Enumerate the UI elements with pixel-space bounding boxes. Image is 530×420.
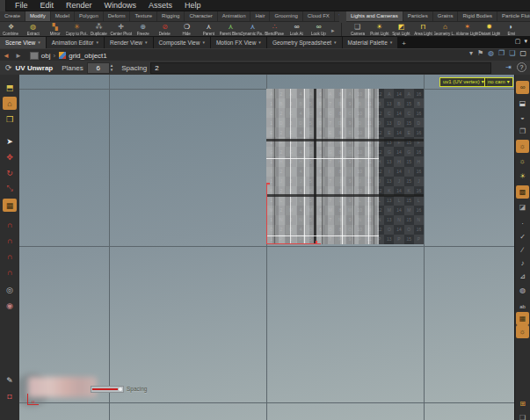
- snap-points-icon[interactable]: ∩: [3, 218, 17, 231]
- shelf-tool-area-light[interactable]: ΠArea Light: [412, 23, 434, 36]
- view-pivot-icon[interactable]: ◎: [3, 283, 17, 296]
- chevron-down-icon[interactable]: ▾: [202, 37, 205, 48]
- shelf-tab-animation[interactable]: Animation: [218, 11, 251, 21]
- shelf-tool-center-pivot[interactable]: ✛Center Pivot: [110, 23, 132, 36]
- sculpt-tool-icon[interactable]: ◘: [3, 389, 17, 402]
- uv-set-button[interactable]: uv1 (UV vertex)▾: [439, 77, 488, 87]
- translate-tool-icon[interactable]: ✥: [3, 150, 17, 163]
- shade-mode-icon[interactable]: ∞: [516, 81, 529, 94]
- pane-tab-render-view[interactable]: Render View▾: [105, 37, 154, 48]
- pane-tab-composite-view[interactable]: Composite View▾: [154, 37, 211, 48]
- brush-tool-icon[interactable]: ✎: [3, 373, 17, 387]
- chevron-down-icon[interactable]: ▾: [390, 37, 393, 48]
- shelf-tab-model[interactable]: Model: [51, 11, 75, 21]
- shelf-tool-point-light[interactable]: ☀Point Light: [368, 23, 390, 36]
- shelf-tool-camera[interactable]: ❏Camera: [346, 23, 368, 36]
- shelf-tool-spot-light[interactable]: ◩Spot Light: [390, 23, 412, 36]
- chevron-down-icon[interactable]: ▾: [145, 37, 148, 48]
- material-shade-icon[interactable]: ▩: [516, 185, 529, 199]
- link-panes-icon[interactable]: ❐: [498, 49, 505, 57]
- shelf-tab-particles[interactable]: Particles: [403, 11, 433, 21]
- menu-file[interactable]: File: [9, 0, 34, 11]
- light-pin-icon[interactable]: ☼: [516, 325, 529, 338]
- headlight-icon[interactable]: ☼: [516, 140, 529, 153]
- shelf-tool-extract[interactable]: ◍Extract: [22, 23, 44, 36]
- shelf-tool-combine[interactable]: ❖Combine: [0, 23, 22, 36]
- snap-edges-icon[interactable]: ∩: [3, 234, 17, 247]
- snap-grid-icon[interactable]: ∩: [3, 250, 17, 263]
- pane-tab-scene-view[interactable]: Scene View▾: [0, 37, 47, 48]
- combo-arrow-icon[interactable]: ▾: [469, 49, 473, 57]
- scale-tool-icon[interactable]: ⤡: [3, 182, 17, 195]
- normal-lights-icon[interactable]: ☼: [516, 155, 529, 168]
- snapshot-icon[interactable]: ❏: [516, 411, 529, 420]
- shelf-tool-volume-light[interactable]: ✶Volume Light: [456, 23, 478, 36]
- high-quality-light-icon[interactable]: ☀: [516, 170, 529, 183]
- pane-menu-icon[interactable]: ▾: [524, 38, 527, 45]
- breadcrumb-root[interactable]: obj: [39, 52, 54, 60]
- menu-windows[interactable]: Windows: [98, 0, 143, 11]
- select-tool-icon[interactable]: ➤: [3, 134, 17, 148]
- camera-select-button[interactable]: no cam▾: [484, 77, 513, 87]
- spacing-slider-knob[interactable]: [119, 387, 122, 391]
- audio-note-icon[interactable]: ♪: [516, 257, 529, 270]
- shelf-tool-copy-to-poi-[interactable]: ✳Copy to Poi...: [66, 23, 88, 36]
- spacing-field[interactable]: 2: [150, 62, 491, 74]
- shelf-tool-delete[interactable]: ⊘Delete: [154, 23, 176, 36]
- keyframe-icon[interactable]: ⇥: [505, 63, 512, 71]
- menu-help[interactable]: Help: [178, 0, 207, 11]
- shelf-tool-parent-blend[interactable]: ⋏Parent Blend: [220, 23, 242, 36]
- group-list-icon[interactable]: ◍: [516, 284, 529, 297]
- shelf-tab-deform[interactable]: Deform: [104, 11, 131, 21]
- shelf-tool-distant-light[interactable]: ✹Distant Light: [478, 23, 500, 36]
- forward-button[interactable]: ►: [12, 52, 25, 60]
- shelf-tool-dynamic-pa-[interactable]: ⋏Dynamic Pa...: [242, 23, 264, 36]
- view-mode-icon[interactable]: ◉: [3, 299, 17, 312]
- shelf-tab-polygon[interactable]: Polygon: [75, 11, 104, 21]
- shelf-tab-lights-and-cameras[interactable]: Lights and Cameras: [346, 11, 403, 21]
- view-objects-icon[interactable]: ❐: [516, 125, 529, 138]
- pane-split-icon[interactable]: ▢: [515, 38, 521, 45]
- pane-layout-icon[interactable]: ⊞: [516, 397, 529, 410]
- shelf-tool-geometry-l-[interactable]: ⌂Geometry L...: [434, 23, 456, 36]
- uv-viewport-canvas[interactable]: A2A4A6A8A10A12A14A161B3B5B7B9B11B13B15BC…: [19, 75, 514, 420]
- add-pane-tab-button[interactable]: +: [398, 40, 410, 48]
- shelf-tool-look-at[interactable]: ∞Look At: [286, 23, 308, 36]
- shelf-tool-look-up[interactable]: ∞Look Up: [308, 23, 330, 36]
- object-state-icon[interactable]: ⌂: [3, 97, 17, 110]
- shelf-tab-grains[interactable]: Grains: [433, 11, 459, 21]
- breadcrumb-node[interactable]: grid_object1: [66, 52, 110, 60]
- chevron-down-icon[interactable]: ▾: [38, 37, 40, 48]
- help-icon[interactable]: ?: [517, 62, 526, 72]
- text-overlay-icon[interactable]: ab: [516, 300, 529, 313]
- markers-check-icon[interactable]: ✓: [516, 230, 529, 243]
- menu-edit[interactable]: Edit: [34, 0, 61, 11]
- points-display-icon[interactable]: ·: [516, 217, 529, 230]
- profile-curve-icon[interactable]: ∕: [516, 243, 529, 257]
- shelf-tab-texture[interactable]: Texture: [130, 11, 157, 21]
- spacing-handle-slider[interactable]: [91, 386, 124, 393]
- grid-display-icon[interactable]: ▦: [516, 312, 529, 325]
- back-button[interactable]: ◄: [0, 52, 12, 60]
- uv-transform-tool-icon[interactable]: ▦: [3, 199, 17, 212]
- maximize-icon[interactable]: ▢: [519, 49, 526, 57]
- shelf-tab-create[interactable]: Create: [0, 11, 25, 21]
- snap-multi-icon[interactable]: ∩: [3, 265, 17, 279]
- shelf-overflow-arrow[interactable]: ▸: [330, 23, 335, 36]
- selected-uv-edge[interactable]: [266, 243, 321, 244]
- shelf-tool-hide[interactable]: ❍Hide: [176, 23, 198, 36]
- shelf-tool-blendpose[interactable]: ∴BlendPose: [264, 23, 286, 36]
- menu-render[interactable]: Render: [60, 0, 98, 11]
- shelf-tool-duplicate[interactable]: ⁂Duplicate: [88, 23, 110, 36]
- shelf-tab-grooming[interactable]: Grooming: [270, 11, 302, 21]
- chevron-down-icon[interactable]: ▾: [258, 37, 261, 48]
- menu-assets[interactable]: Assets: [142, 0, 178, 11]
- normals-display-icon[interactable]: ⊿: [516, 270, 529, 283]
- shelf-tab-volume[interactable]: Volume: [335, 11, 339, 21]
- world-icon[interactable]: ◍: [488, 49, 494, 57]
- shelf-tool-mirror[interactable]: ▚Mirror: [44, 23, 66, 36]
- pin-icon[interactable]: ⚑: [477, 49, 483, 57]
- shelf-tab-character[interactable]: Character: [185, 11, 217, 21]
- shelf-tool-parent[interactable]: ⋏Parent: [198, 23, 220, 36]
- shelf-tab-cloud-fx[interactable]: Cloud FX: [303, 11, 335, 21]
